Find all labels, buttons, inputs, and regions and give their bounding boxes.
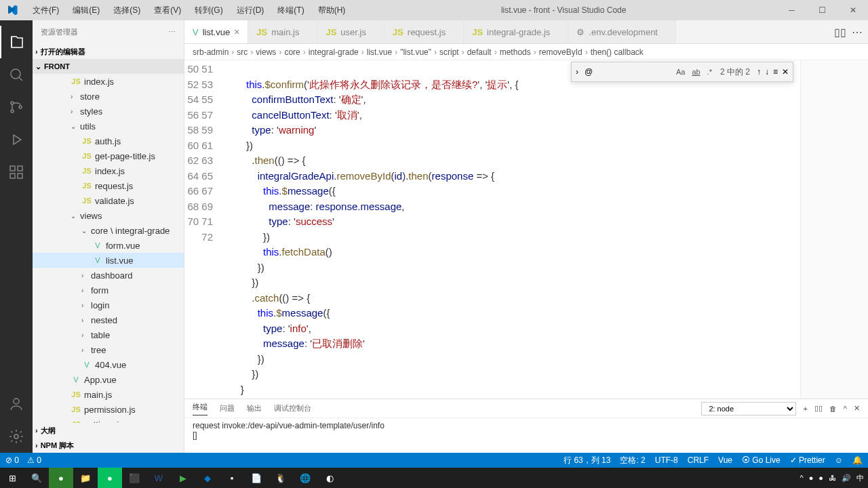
menu-file[interactable]: 文件(F)	[27, 3, 64, 18]
code-content[interactable]: this.$confirm('此操作将永久删除该记录，是否继续?', '提示',…	[225, 60, 800, 399]
split-editor-icon[interactable]: ▯▯	[834, 26, 846, 39]
tree-item[interactable]: V404.vue	[33, 357, 184, 372]
breadcrumb-item[interactable]: list.vue	[367, 47, 392, 57]
tree-item[interactable]: ⌄utils	[33, 119, 184, 134]
breadcrumb-item[interactable]: srb-admin	[193, 47, 229, 57]
tree-item[interactable]: JSmain.js	[33, 387, 184, 402]
close-panel-icon[interactable]: ✕	[854, 404, 860, 413]
breadcrumb-item[interactable]: "list.vue"	[400, 47, 431, 57]
tree-item[interactable]: JSsettings.js	[33, 417, 184, 423]
code-editor[interactable]: 50 51 52 53 54 55 56 57 58 59 60 61 62 6…	[184, 60, 800, 399]
status-bell-icon[interactable]: 🔔	[852, 455, 863, 465]
status-cursor[interactable]: 行 63，列 13	[564, 455, 610, 466]
find-selection-icon[interactable]: ≡	[773, 67, 778, 77]
more-actions-icon[interactable]: ⋯	[852, 26, 863, 39]
tree-item[interactable]: JSindex.js	[33, 74, 184, 89]
minimize-button[interactable]: ─	[776, 0, 807, 20]
taskbar-app3[interactable]: 🐧	[269, 468, 293, 488]
breadcrumb-item[interactable]: methods	[500, 47, 531, 57]
status-encoding[interactable]: UTF-8	[655, 455, 678, 465]
tray-volume-icon[interactable]: 🔊	[842, 474, 851, 483]
tree-item[interactable]: JSindex.js	[33, 163, 184, 178]
taskbar-app4[interactable]: ◐	[317, 468, 342, 488]
status-language[interactable]: Vue	[718, 455, 732, 465]
tree-item[interactable]: ⌄views	[33, 208, 184, 223]
split-terminal-icon[interactable]: ▯▯	[814, 404, 823, 413]
outline-section[interactable]: ›大纲	[33, 423, 184, 438]
close-button[interactable]: ✕	[837, 0, 868, 20]
editor-tab[interactable]: Vlist.vue×	[184, 20, 248, 43]
search-icon[interactable]	[0, 58, 33, 91]
taskbar-vscode[interactable]: ◆	[195, 468, 220, 488]
breadcrumb-item[interactable]: then() callback	[591, 47, 644, 57]
tree-item[interactable]: ⌄core \ integral-grade	[33, 223, 184, 238]
tree-item[interactable]: JSauth.js	[33, 134, 184, 148]
breadcrumb-item[interactable]: default	[467, 47, 492, 57]
npm-section[interactable]: ›NPM 脚本	[33, 438, 184, 453]
more-icon[interactable]: ⋯	[168, 28, 176, 37]
regex-icon[interactable]: .*	[706, 66, 713, 77]
tree-item[interactable]: ›form	[33, 283, 184, 298]
whole-word-icon[interactable]: ab	[690, 66, 701, 77]
match-case-icon[interactable]: Aa	[675, 66, 686, 77]
editor-tab[interactable]: ⚙.env.development	[568, 20, 676, 43]
find-prev-icon[interactable]: ↑	[757, 67, 761, 77]
status-eol[interactable]: CRLF	[688, 455, 709, 465]
account-icon[interactable]	[0, 388, 33, 420]
find-input[interactable]	[583, 65, 671, 79]
kill-terminal-icon[interactable]: 🗑	[829, 405, 837, 413]
minimap[interactable]	[800, 60, 868, 399]
terminal-select[interactable]: 2: node	[701, 402, 796, 415]
tray-icon[interactable]: ●	[818, 474, 823, 482]
taskbar-app2[interactable]: ▶	[171, 468, 195, 488]
extensions-icon[interactable]	[0, 156, 33, 188]
status-warnings[interactable]: ⚠ 0	[27, 455, 41, 465]
taskbar-explorer[interactable]: 📁	[73, 468, 98, 488]
editor-tab[interactable]: JSmain.js	[248, 20, 317, 43]
settings-icon[interactable]	[0, 420, 33, 453]
tree-item[interactable]: JSpermission.js	[33, 402, 184, 417]
taskbar-search-icon[interactable]: 🔍	[24, 468, 49, 488]
tray-chevron-icon[interactable]: ^	[800, 474, 804, 482]
close-tab-icon[interactable]: ×	[234, 26, 239, 37]
taskbar-wechat[interactable]: ●	[98, 468, 122, 488]
tree-item[interactable]: ›table	[33, 327, 184, 342]
tab-problems[interactable]: 问题	[220, 403, 235, 413]
toggle-replace-icon[interactable]: ›	[576, 67, 578, 77]
breadcrumb-item[interactable]: removeById	[539, 47, 583, 57]
tree-item[interactable]: Vlist.vue	[33, 253, 184, 268]
editor-tab[interactable]: JSuser.js	[317, 20, 384, 43]
status-indent[interactable]: 空格: 2	[620, 455, 645, 466]
tray-icon[interactable]: ●	[809, 474, 814, 482]
breadcrumb-item[interactable]: integral-grade	[309, 47, 359, 57]
tree-item[interactable]: ›nested	[33, 312, 184, 327]
source-control-icon[interactable]	[0, 91, 33, 123]
taskbar-app[interactable]: ●	[49, 468, 73, 488]
new-terminal-icon[interactable]: +	[803, 405, 807, 413]
status-golive[interactable]: ⦿ Go Live	[742, 455, 781, 465]
breadcrumb-item[interactable]: script	[439, 47, 459, 57]
tree-item[interactable]: JSrequest.js	[33, 178, 184, 193]
tree-item[interactable]: ›tree	[33, 342, 184, 357]
tray-network-icon[interactable]: 🖧	[829, 474, 836, 482]
editor-tab[interactable]: JSrequest.js	[384, 20, 464, 43]
menu-selection[interactable]: 选择(S)	[108, 3, 146, 18]
tree-item[interactable]: ›dashboard	[33, 268, 184, 283]
tray-ime[interactable]: 中	[856, 473, 864, 483]
tab-output[interactable]: 输出	[247, 403, 262, 413]
tree-item[interactable]: VApp.vue	[33, 372, 184, 387]
breadcrumb[interactable]: srb-admin›src›views›core›integral-grade›…	[184, 44, 868, 60]
taskbar-notepad[interactable]: 📄	[244, 468, 269, 488]
tree-item[interactable]: ›store	[33, 89, 184, 104]
taskbar-chrome[interactable]: 🌐	[293, 468, 317, 488]
menu-view[interactable]: 查看(V)	[149, 3, 186, 18]
breadcrumb-item[interactable]: core	[284, 47, 300, 57]
tree-item[interactable]: ›styles	[33, 104, 184, 119]
project-section[interactable]: ⌄FRONT	[33, 59, 184, 74]
editor-tab[interactable]: JSintegral-grade.js	[464, 20, 568, 43]
taskbar-idea[interactable]: ⬛	[122, 468, 146, 488]
taskbar-terminal[interactable]: ▪	[220, 468, 244, 488]
breadcrumb-item[interactable]: src	[237, 47, 248, 57]
terminal-body[interactable]: request invoke:/dev-api/vue-admin-templa…	[184, 418, 868, 453]
find-close-icon[interactable]: ✕	[782, 67, 789, 77]
